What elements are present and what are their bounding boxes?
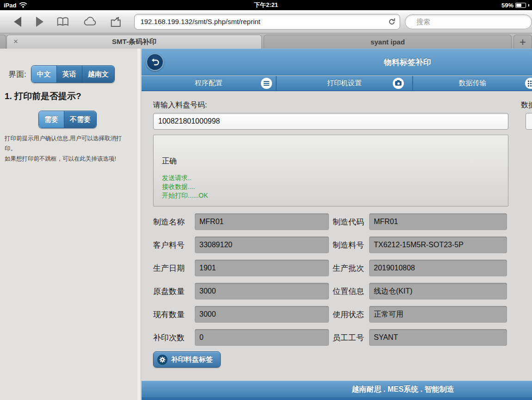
prompt-button-group: 需要 不需要 (38, 111, 97, 128)
status-result: 正确 (162, 156, 508, 166)
tab-printer-settings[interactable]: 打印机设置 (276, 76, 412, 90)
field-customer-pn: 33089120 (195, 237, 329, 253)
tab-label: SMT-条码补印 (7, 38, 261, 46)
search-input[interactable] (416, 18, 523, 25)
status-bar: iPad 下午2:21 59% (0, 0, 532, 10)
camera-icon (393, 78, 404, 89)
settings-sidebar: 界面: 中文 英语 越南文 1. 打印前是否提示? 需要 不需要 打印前提示用户… (0, 49, 137, 400)
field-prod-date: 1901 (195, 260, 329, 276)
clock: 下午2:21 (0, 1, 532, 9)
url-bar[interactable] (134, 14, 400, 30)
tab-stub (0, 35, 6, 49)
status-log: 发送请求.. 接收数据.... 开始打印......OK (162, 174, 508, 200)
page-title: 物料标签补印 (384, 57, 431, 68)
right-panel-label: 数据 (521, 100, 532, 110)
app-nav-tabs: 程序配置 打印机设置 数据传输 (142, 76, 532, 91)
field-usage-status: 正常可用 (369, 306, 507, 323)
right-panel-partial-box (526, 113, 532, 130)
table-row: 客户料号 33089120 制造料号 TX6212-15M5R-SOT23-5P (142, 233, 532, 256)
footer-strip (142, 397, 532, 400)
field-prod-batch: 2019010808 (369, 260, 507, 276)
prompt-question-title: 1. 打印前是否提示? (5, 90, 81, 102)
ipad-screen: iPad 下午2:21 59% (0, 0, 532, 400)
app-header: 物料标签补印 (142, 49, 532, 75)
reel-input-label: 请输入料盘号码: (153, 100, 207, 110)
footer-text: 越南耐思 . MES系统 . 智能制造 (352, 384, 454, 394)
battery-icon (515, 3, 526, 8)
search-bar[interactable] (405, 14, 532, 29)
browser-toolbar (0, 10, 532, 33)
back-icon[interactable] (14, 17, 21, 27)
reprint-button-label: 补印料盘标签 (171, 355, 213, 364)
back-button[interactable] (146, 53, 164, 71)
tab-data-transfer[interactable]: 数据传输 (412, 76, 532, 90)
language-button-chinese[interactable]: 中文 (31, 66, 57, 82)
url-input[interactable] (140, 18, 390, 25)
language-button-group: 中文 英语 越南文 (31, 65, 115, 83)
interface-label: 界面: (8, 69, 26, 80)
gear-icon (157, 355, 167, 365)
return-arrow-icon (150, 57, 160, 67)
page-body: 界面: 中文 英语 越南文 1. 打印前是否提示? 需要 不需要 打印前提示用户… (0, 49, 532, 400)
tab-bar: × SMT-条码补印 syant ipad + (0, 33, 532, 49)
field-grid: 制造名称 MFR01 制造代码 MFR01 客户料号 33089120 制造料号… (142, 210, 532, 349)
table-row: 原盘数量 3000 位置信息 线边仓(KIT) (142, 280, 532, 303)
reprint-app-panel: 物料标签补印 程序配置 打印机设置 数据传输 请输入料盘号码: (142, 49, 532, 400)
field-mfr-code: MFR01 (369, 213, 507, 230)
status-box: 正确 发送请求.. 接收数据.... 开始打印......OK (153, 135, 508, 206)
reel-number-input[interactable] (153, 113, 508, 130)
field-original-qty: 3000 (195, 283, 329, 300)
field-mfr-name: MFR01 (195, 213, 329, 230)
sidebar-divider (137, 49, 141, 400)
menu-icon (261, 78, 272, 89)
field-location: 线边仓(KIT) (369, 283, 507, 300)
bookmarks-icon[interactable] (56, 17, 69, 27)
new-tab-button[interactable]: + (513, 35, 532, 49)
battery-percent: 59% (501, 2, 513, 9)
battery-cap (528, 4, 529, 6)
tab-program-config[interactable]: 程序配置 (142, 76, 276, 90)
prompt-help-text: 打印前提示用户确认信息,用户可以选择取消打印。 如果想打印前不跳框，可以在此关掉… (5, 133, 133, 164)
app-footer: 越南耐思 . MES系统 . 智能制造 (142, 381, 532, 397)
prompt-button-need[interactable]: 需要 (39, 111, 64, 128)
table-row: 生产日期 1901 生产批次 2019010808 (142, 256, 532, 280)
prompt-button-no-need[interactable]: 不需要 (64, 111, 96, 128)
form-content: 请输入料盘号码: 数据 正确 发送请求.. 接收数据.... 开始打印.....… (142, 92, 532, 381)
table-row: 补印次数 0 员工工号 SYANT (142, 326, 532, 349)
table-row: 制造名称 MFR01 制造代码 MFR01 (142, 210, 532, 233)
table-row: 现有数量 3000 使用状态 正常可用 (142, 303, 532, 326)
tab-syant-ipad[interactable]: syant ipad (264, 35, 512, 49)
language-button-english[interactable]: 英语 (57, 66, 82, 82)
reload-icon[interactable] (388, 18, 396, 26)
field-reprint-count: 0 (195, 329, 329, 346)
language-button-vietnamese[interactable]: 越南文 (82, 66, 114, 82)
tab-smt-reprint[interactable]: × SMT-条码补印 (6, 35, 262, 49)
field-mfr-pn: TX6212-15M5R-SOT23-5P (369, 237, 507, 253)
tab-label: syant ipad (264, 38, 511, 46)
grid-icon (525, 78, 532, 89)
reprint-label-button[interactable]: 补印料盘标签 (153, 351, 221, 368)
field-employee-id: SYANT (369, 329, 507, 346)
cloud-icon[interactable] (82, 17, 97, 27)
share-icon[interactable] (110, 16, 123, 27)
forward-icon[interactable] (36, 17, 43, 27)
field-current-qty: 3000 (195, 306, 329, 323)
